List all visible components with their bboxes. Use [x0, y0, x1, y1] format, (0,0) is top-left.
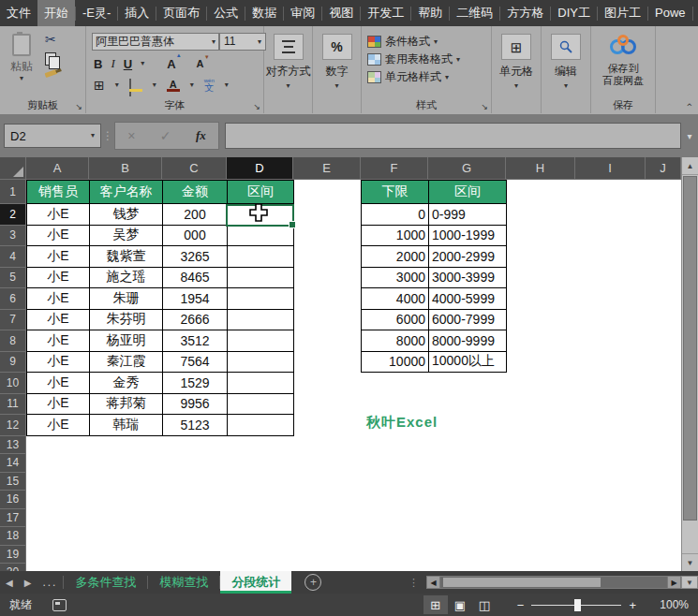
zoom-slider-thumb[interactable]	[574, 599, 581, 611]
collapse-ribbon-icon[interactable]: ›	[683, 103, 694, 107]
font-name-combobox[interactable]: 阿里巴巴普惠体 ▾	[92, 33, 219, 51]
table-cell[interactable]	[228, 310, 294, 331]
borders-dropdown-icon[interactable]: ▾	[115, 81, 119, 89]
table-cell[interactable]: 4000	[362, 288, 429, 310]
table-cell[interactable]: 8000	[362, 330, 429, 352]
menu-tab-3[interactable]: 插入	[118, 0, 156, 26]
menu-tab-9[interactable]: 开发工	[361, 0, 410, 26]
more-sheets-icon[interactable]: ...	[37, 576, 63, 589]
row-header-7[interactable]: 7	[0, 310, 26, 331]
sheet-tab-0[interactable]: 多条件查找	[64, 571, 147, 594]
prev-sheet-icon[interactable]: ◀	[0, 578, 19, 588]
table-cell[interactable]: 8465	[163, 268, 228, 289]
table-cell[interactable]	[228, 352, 294, 374]
clipboard-dialog-launcher-icon[interactable]: ↘	[75, 103, 82, 111]
row-header-20[interactable]: 20	[0, 564, 26, 571]
select-all-corner[interactable]	[0, 157, 26, 180]
column-header-C[interactable]: C	[162, 157, 227, 180]
fill-color-icon[interactable]	[129, 80, 142, 92]
normal-view-icon[interactable]: ⊞	[423, 595, 448, 614]
menu-tab-15[interactable]: Powe	[648, 0, 692, 26]
table-cell[interactable]: 小E	[27, 330, 90, 352]
table-cell[interactable]	[228, 415, 294, 436]
table-cell[interactable]: 2000	[362, 246, 429, 268]
table-cell[interactable]	[228, 330, 294, 352]
table-cell[interactable]: 5123	[163, 415, 228, 436]
scroll-right-icon[interactable]: ▶	[667, 576, 681, 589]
cut-icon[interactable]: ✂	[45, 32, 57, 47]
menu-tab-5[interactable]: 公式	[207, 0, 245, 26]
tab-split-grip[interactable]: ⋮	[408, 580, 419, 584]
name-box[interactable]: D2 ▾	[4, 124, 101, 148]
row-header-16[interactable]: 16	[0, 491, 26, 509]
styles-dialog-launcher-icon[interactable]: ↘	[481, 103, 488, 111]
column-header-D[interactable]: D	[227, 157, 293, 180]
row-header-5[interactable]: 5	[0, 268, 26, 289]
cancel-icon[interactable]: ×	[127, 128, 135, 143]
table-cell[interactable]: 3265	[163, 246, 228, 268]
table-cell[interactable]: 小E	[27, 246, 90, 268]
font-dialog-launcher-icon[interactable]: ↘	[253, 103, 260, 111]
scroll-up-icon[interactable]: ▲	[682, 157, 698, 175]
conditional-formatting-button[interactable]: 条件格式▾	[367, 33, 491, 51]
table-cell[interactable]: 朱珊	[90, 288, 163, 310]
table-cell[interactable]: 2000-2999	[429, 246, 507, 268]
table-cell[interactable]: 小E	[27, 226, 90, 247]
menu-tab-6[interactable]: 数据	[245, 0, 283, 26]
shrink-font-button[interactable]: A	[197, 58, 204, 69]
table-cell[interactable]: 200	[163, 204, 228, 226]
horizontal-scroll-thumb[interactable]	[443, 578, 601, 587]
table-cell[interactable]: 1954	[163, 288, 228, 310]
row-header-8[interactable]: 8	[0, 330, 26, 352]
table-cell[interactable]	[228, 394, 294, 416]
table-cell[interactable]: 3000-3999	[429, 268, 507, 289]
table-cell[interactable]: 施之瑶	[90, 268, 163, 289]
paste-dropdown-icon[interactable]: ▾	[6, 75, 37, 82]
underline-dropdown-icon[interactable]: ▾	[141, 60, 144, 67]
row-header-12[interactable]: 12	[0, 415, 26, 436]
horizontal-scrollbar[interactable]: ⋮ ◀ ▶ ▼	[408, 571, 698, 594]
table-cell[interactable]: 蒋邦菊	[90, 394, 163, 416]
phonetic-guide-icon[interactable]: wén 文	[204, 78, 215, 93]
expand-formula-bar-icon[interactable]: ▾	[681, 131, 698, 141]
next-sheet-icon[interactable]: ▶	[19, 578, 37, 588]
scroll-down-corner-icon[interactable]: ▼	[681, 576, 698, 589]
macro-record-icon[interactable]	[52, 599, 67, 611]
editing-dropdown-icon[interactable]: ▾	[542, 82, 590, 90]
format-painter-icon[interactable]	[45, 69, 58, 78]
column-header-I[interactable]: I	[575, 157, 646, 180]
table-cell[interactable]: 8000-9999	[429, 330, 507, 352]
row-header-9[interactable]: 9	[0, 352, 26, 374]
menu-tab-1[interactable]: 开始	[37, 0, 75, 26]
table-cell[interactable]: 小E	[27, 310, 90, 331]
table-cell[interactable]	[228, 226, 294, 247]
row-header-17[interactable]: 17	[0, 509, 26, 528]
table-cell[interactable]: 7564	[163, 352, 228, 374]
phonetic-dropdown-icon[interactable]: ▾	[225, 81, 229, 89]
row-header-3[interactable]: 3	[0, 226, 26, 247]
menu-tab-11[interactable]: 二维码	[450, 0, 499, 26]
vertical-scrollbar[interactable]: ▲ ▼	[681, 157, 698, 571]
italic-button[interactable]: I	[111, 56, 114, 71]
font-name-dropdown-icon[interactable]: ▾	[212, 38, 215, 46]
bold-button[interactable]: B	[94, 57, 102, 71]
row-header-19[interactable]: 19	[0, 546, 26, 565]
grow-font-button[interactable]: A	[167, 57, 175, 71]
format-as-table-button[interactable]: 套用表格格式▾	[367, 51, 491, 68]
row-header-6[interactable]: 6	[0, 288, 26, 310]
table-cell[interactable]	[228, 373, 294, 394]
table-cell[interactable]: 魏紫萱	[90, 246, 163, 268]
zoom-slider[interactable]	[531, 605, 621, 606]
table-cell[interactable]: 000	[163, 226, 228, 247]
copy-icon[interactable]	[45, 52, 56, 66]
table-cell[interactable]: 10000以上	[429, 352, 507, 374]
column-header-H[interactable]: H	[506, 157, 575, 180]
table-cell[interactable]: 小E	[27, 394, 90, 416]
table-cell[interactable]: 秦江霞	[90, 352, 163, 374]
table-cell[interactable]: 钱梦	[90, 204, 163, 226]
formula-input[interactable]	[225, 123, 681, 149]
table-cell[interactable]	[228, 268, 294, 289]
zoom-out-icon[interactable]: −	[510, 598, 532, 612]
alignment-dropdown-icon[interactable]: ▾	[264, 82, 312, 90]
table-cell[interactable]: 3512	[163, 330, 228, 352]
